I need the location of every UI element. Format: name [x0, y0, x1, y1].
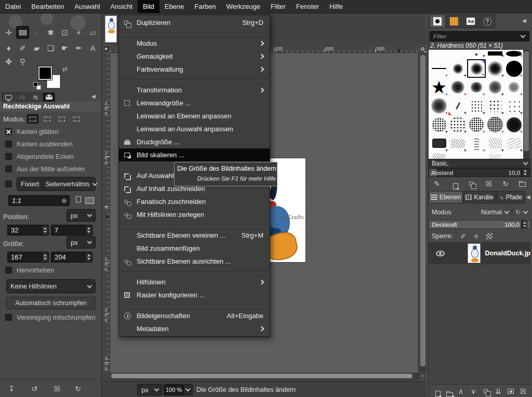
fuzzy-select-tool-button[interactable]: ✱	[44, 26, 57, 39]
lock-alpha-icon[interactable]	[486, 233, 493, 239]
feather-checkbox[interactable]	[5, 141, 12, 147]
menu-werkzeuge[interactable]: Werkzeuge	[221, 0, 266, 13]
reset-icon[interactable]: ↻	[73, 384, 83, 394]
menu-item-bildeigenschaften[interactable]: Bildeigenschaften Alt+Eingabe	[119, 309, 270, 322]
save-tool-preset-icon[interactable]: ↧	[6, 384, 17, 394]
layer-mask-icon[interactable]	[506, 386, 516, 396]
menu-item-leinwandgroesse[interactable]: Leinwandgröße ...	[119, 97, 270, 109]
tab-tool-options[interactable]	[2, 92, 15, 102]
visibility-eye-icon[interactable]	[436, 251, 445, 256]
position-unit-dropdown[interactable]: px	[66, 209, 96, 222]
new-group-icon[interactable]	[443, 386, 454, 396]
navigation-button[interactable]: ✛	[420, 373, 426, 379]
brush-item[interactable]	[430, 153, 448, 159]
menu-item-transformation[interactable]: Transformation	[119, 84, 270, 97]
mode-subtract-button[interactable]	[56, 114, 68, 124]
brush-item-selected[interactable]: +	[467, 59, 486, 78]
eraser-tool-button[interactable]: ▰	[30, 42, 43, 54]
vertical-scrollbar[interactable]	[420, 53, 426, 373]
clone-tool-button[interactable]: ❏	[44, 42, 57, 54]
brush-item[interactable]: +	[504, 115, 523, 134]
merge-down-icon[interactable]: ⇊	[493, 386, 503, 396]
new-layer-icon[interactable]	[431, 386, 441, 396]
new-brush-icon[interactable]	[448, 179, 459, 189]
brush-item[interactable]: +	[504, 134, 523, 153]
rounded-corners-checkbox[interactable]	[5, 153, 12, 160]
brush-item[interactable]: +	[504, 50, 523, 58]
menu-ebene[interactable]: Ebene	[159, 0, 190, 13]
status-unit-dropdown[interactable]: px	[137, 384, 162, 395]
mode-intersect-button[interactable]	[71, 114, 82, 124]
reset-mode-icon[interactable]: ↻	[515, 209, 521, 216]
layer-row[interactable]: DonaldDuck.jp	[429, 242, 530, 264]
brush-item[interactable]: +	[430, 115, 448, 134]
landscape-orientation-icon[interactable]	[85, 197, 94, 204]
brush-item[interactable]: +	[486, 97, 504, 115]
brush-spacing-slider[interactable]: Abstand 10,0	[429, 168, 530, 177]
tab-history[interactable]: ⇆	[29, 92, 42, 102]
image-tab-thumbnail[interactable]	[105, 16, 117, 43]
position-y-input[interactable]: 7	[51, 225, 92, 236]
spinner[interactable]	[521, 221, 527, 228]
menu-item-genauigkeit[interactable]: Genauigkeit	[119, 50, 270, 63]
brush-item[interactable]: +	[467, 134, 486, 153]
chevron-down-icon[interactable]	[504, 209, 509, 214]
menu-item-modus[interactable]: Modus	[119, 37, 270, 50]
spinner[interactable]	[522, 169, 528, 176]
brush-item[interactable]: +	[486, 134, 504, 153]
size-height-input[interactable]: 204	[51, 252, 92, 263]
default-colors-icon[interactable]	[33, 82, 38, 87]
menu-item-fanatisch-zuschneiden[interactable]: Fanatisch zuschneiden	[119, 195, 270, 208]
brush-item[interactable]: +	[430, 134, 448, 153]
expand-from-center-checkbox[interactable]	[5, 166, 12, 172]
lock-position-icon[interactable]: ✛	[473, 232, 479, 240]
foreground-color-swatch[interactable]	[38, 66, 52, 80]
brush-grid-scrollbar-thumb[interactable]	[524, 51, 529, 151]
ink-tool-button[interactable]: ✒	[72, 42, 85, 54]
size-width-input[interactable]: 167	[7, 252, 49, 263]
brush-item[interactable]: +	[467, 78, 486, 97]
menu-item-druckgroesse[interactable]: Druckgröße ...	[119, 135, 270, 148]
brush-item[interactable]: +	[486, 115, 504, 134]
tab-ebenen[interactable]: Ebenen	[429, 191, 463, 203]
brush-item[interactable]: +	[430, 97, 448, 115]
brush-item[interactable]: +	[448, 78, 467, 97]
tab-fonts[interactable]: Aa	[463, 15, 478, 28]
menu-item-metadaten[interactable]: Metadaten	[119, 322, 270, 335]
spinner[interactable]	[85, 226, 91, 235]
highlight-checkbox[interactable]	[5, 267, 12, 273]
layer-thumbnail[interactable]	[468, 243, 481, 263]
open-brush-icon[interactable]	[517, 179, 527, 189]
brush-grid-scrollbar[interactable]	[523, 50, 529, 159]
delete-icon[interactable]: ☒	[52, 384, 62, 394]
menu-item-farbverwaltung[interactable]: Farbverwaltung	[119, 63, 270, 76]
delete-brush-icon[interactable]: ☒	[484, 179, 494, 189]
brush-item[interactable]: +	[467, 115, 486, 134]
menu-bild[interactable]: Bild	[138, 0, 159, 13]
lower-layer-icon[interactable]: ∨	[468, 386, 478, 396]
brush-item[interactable]: +	[448, 97, 467, 115]
menu-bearbeiten[interactable]: Bearbeiten	[26, 0, 69, 13]
status-zoom-dropdown[interactable]	[183, 384, 193, 395]
spinner[interactable]	[42, 226, 48, 235]
zoom-tool-button[interactable]: ⚲	[16, 55, 29, 68]
canvas-menu-button[interactable]: ▶	[103, 45, 110, 52]
brush-item[interactable]: +	[486, 78, 504, 97]
menu-item-bild-skalieren[interactable]: Bild skalieren ...	[119, 148, 270, 161]
menu-farben[interactable]: Farben	[189, 0, 221, 13]
vertical-scrollbar-thumb[interactable]	[420, 55, 425, 366]
edit-brush-icon[interactable]: ✎	[432, 179, 442, 189]
ratio-input[interactable]: 1:1 ⊗	[8, 195, 70, 206]
paintbrush-tool-button[interactable]: ✐	[16, 42, 29, 54]
layer-name[interactable]: DonaldDuck.jp	[485, 250, 530, 257]
mode-replace-button[interactable]	[27, 114, 38, 124]
spinner[interactable]	[42, 253, 48, 262]
swap-colors-icon[interactable]: ⇄	[62, 65, 68, 73]
horizontal-scrollbar-thumb[interactable]	[111, 374, 413, 378]
tab-device-status[interactable]: ⟋₀	[16, 92, 28, 102]
brush-item[interactable]: +	[467, 97, 486, 115]
menu-hilfe[interactable]: Hilfe	[324, 0, 348, 13]
chevron-down-icon[interactable]	[523, 209, 528, 214]
duplicate-brush-icon[interactable]	[466, 179, 476, 189]
opacity-slider[interactable]: Deckkraft 100,0	[429, 220, 530, 229]
